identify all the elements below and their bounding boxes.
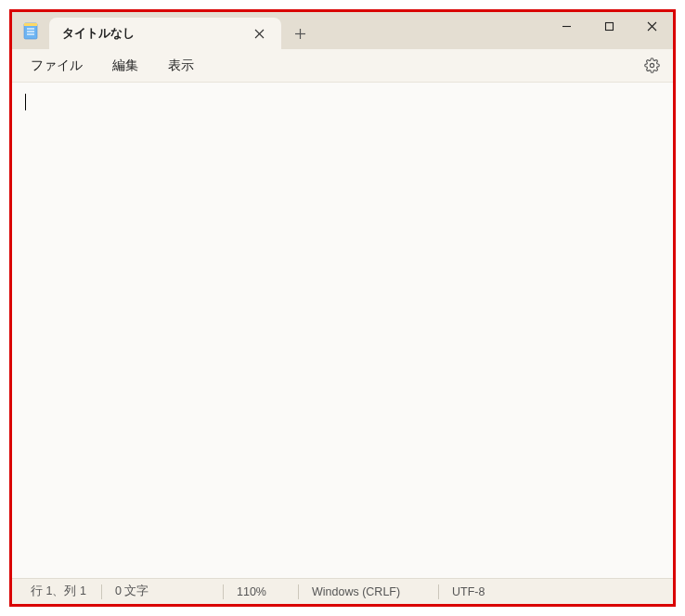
menubar: ファイル 編集 表示 — [12, 49, 673, 83]
svg-rect-1 — [24, 23, 37, 26]
minimize-button[interactable] — [545, 12, 588, 40]
status-line-ending: Windows (CRLF) — [299, 579, 438, 604]
app-icon — [12, 12, 49, 49]
status-encoding: UTF-8 — [439, 579, 513, 604]
svg-point-13 — [650, 63, 653, 67]
menu-file[interactable]: ファイル — [19, 54, 94, 78]
maximize-icon — [604, 21, 614, 32]
menu-view[interactable]: 表示 — [157, 54, 205, 78]
status-zoom[interactable]: 110% — [224, 579, 298, 604]
maximize-button[interactable] — [588, 12, 630, 40]
settings-button[interactable] — [638, 52, 666, 80]
tab-close-button[interactable] — [246, 20, 272, 46]
new-tab-button[interactable] — [281, 18, 318, 49]
close-icon — [647, 21, 657, 32]
text-cursor — [25, 94, 26, 110]
notepad-icon — [23, 21, 38, 40]
gear-icon — [644, 58, 660, 73]
plus-icon — [294, 28, 306, 40]
titlebar: タイトルなし — [12, 12, 673, 49]
window-controls — [545, 12, 673, 40]
app-window: タイトルなし — [9, 9, 676, 607]
window-close-button[interactable] — [630, 12, 673, 40]
close-icon — [254, 29, 265, 39]
text-editor[interactable] — [12, 83, 673, 578]
menu-edit[interactable]: 編集 — [101, 54, 149, 78]
status-char-count: 0 文字 — [102, 579, 223, 604]
svg-rect-10 — [605, 22, 613, 30]
tab[interactable]: タイトルなし — [49, 18, 281, 49]
tab-title: タイトルなし — [62, 25, 246, 42]
statusbar: 行 1、列 1 0 文字 110% Windows (CRLF) UTF-8 — [12, 578, 673, 604]
minimize-icon — [562, 21, 572, 32]
status-position: 行 1、列 1 — [18, 579, 101, 604]
